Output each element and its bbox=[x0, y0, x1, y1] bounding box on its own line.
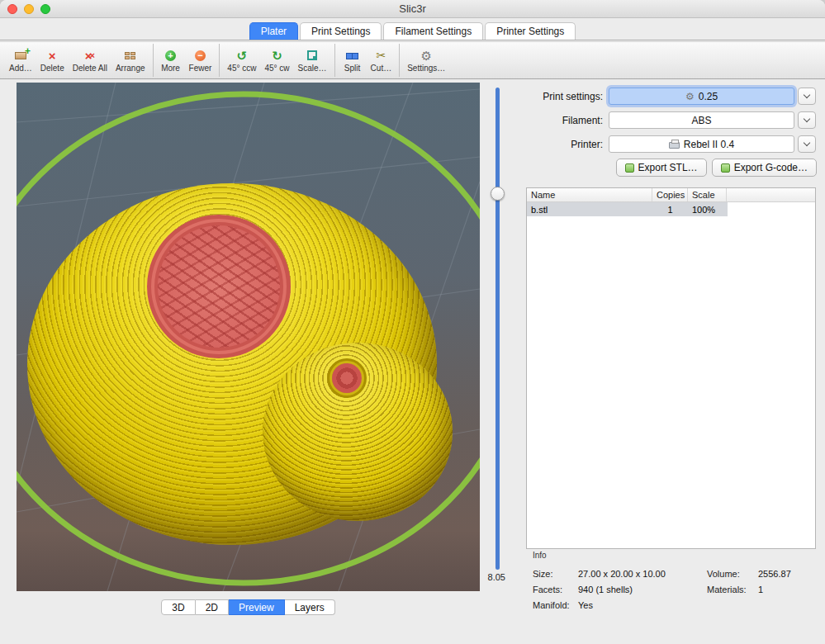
tab-plater[interactable]: Plater bbox=[249, 22, 298, 40]
object-list-table: Name Copies Scale b.stl 1 100% bbox=[526, 187, 816, 549]
object-name-cell: b.stl bbox=[527, 205, 652, 215]
delete-all-label: Delete All bbox=[73, 64, 107, 73]
settings-gear-icon: ⚙ bbox=[421, 49, 432, 63]
object-copies-cell: 1 bbox=[652, 205, 688, 215]
chevron-down-icon bbox=[804, 92, 810, 98]
view-tab-3d[interactable]: 3D bbox=[161, 599, 195, 615]
view-tab-2d[interactable]: 2D bbox=[196, 599, 229, 615]
rotate-ccw-label: 45° ccw bbox=[227, 64, 256, 73]
rotate-cw-label: 45° cw bbox=[264, 64, 289, 73]
cut-button[interactable]: ✂ Cut… bbox=[367, 47, 396, 74]
gear-icon: ⚙ bbox=[685, 92, 695, 102]
export-stl-label: Export STL… bbox=[638, 162, 698, 173]
delete-label: Delete bbox=[40, 64, 64, 73]
rotate-cw-icon: ↻ bbox=[272, 49, 282, 63]
column-header-name[interactable]: Name bbox=[527, 188, 652, 201]
arrange-label: Arrange bbox=[116, 64, 145, 73]
printer-dropdown-button[interactable] bbox=[798, 135, 816, 153]
info-grid: Size: 27.00 x 20.00 x 10.00 Volume: 2556… bbox=[533, 566, 817, 613]
materials-label: Materials: bbox=[707, 585, 758, 594]
tab-print-settings[interactable]: Print Settings bbox=[300, 22, 382, 40]
layer-slider-track[interactable] bbox=[495, 88, 500, 570]
arrange-button[interactable]: Arrange bbox=[111, 47, 149, 74]
facets-value: 940 (1 shells) bbox=[578, 585, 707, 594]
fewer-copies-icon: − bbox=[195, 49, 206, 63]
delete-all-button[interactable]: ×× Delete All bbox=[69, 47, 111, 74]
view-tab-preview[interactable]: Preview bbox=[229, 599, 285, 615]
toolbar-separator bbox=[219, 44, 220, 77]
fewer-label: Fewer bbox=[189, 64, 212, 73]
column-header-filler bbox=[727, 188, 815, 201]
object-table-header: Name Copies Scale bbox=[527, 188, 815, 202]
chevron-down-icon bbox=[804, 140, 810, 146]
add-object-icon: + bbox=[15, 49, 26, 63]
view-tab-layers[interactable]: Layers bbox=[285, 599, 335, 615]
filament-label: Filament: bbox=[526, 115, 609, 126]
scale-button[interactable]: Scale… bbox=[294, 47, 331, 74]
export-stl-button[interactable]: Export STL… bbox=[616, 159, 707, 177]
manifold-value: Yes bbox=[578, 600, 707, 610]
manifold-label: Manifold: bbox=[533, 600, 578, 610]
filament-row: Filament: ABS bbox=[526, 111, 817, 129]
facets-label: Facets: bbox=[533, 585, 578, 594]
tab-printer-settings[interactable]: Printer Settings bbox=[485, 22, 576, 40]
object-settings-button[interactable]: ⚙ Settings… bbox=[403, 47, 449, 74]
delete-button[interactable]: × Delete bbox=[36, 47, 69, 74]
fewer-copies-button[interactable]: − Fewer bbox=[185, 47, 216, 74]
main-tab-bar: Plater Print Settings Filament Settings … bbox=[0, 18, 825, 40]
cut-icon: ✂ bbox=[377, 49, 386, 63]
materials-value: 1 bbox=[758, 585, 817, 594]
zoom-button[interactable] bbox=[40, 4, 50, 14]
table-row[interactable]: b.stl 1 100% bbox=[527, 202, 728, 216]
print-settings-dropdown-button[interactable] bbox=[798, 88, 816, 105]
toolbar-separator bbox=[153, 44, 154, 77]
arrange-icon bbox=[125, 49, 135, 63]
export-gcode-label: Export G-code… bbox=[734, 162, 808, 173]
filament-value: ABS bbox=[691, 115, 711, 126]
add-button[interactable]: + Add… bbox=[5, 47, 36, 74]
volume-value: 2556.87 bbox=[758, 569, 817, 579]
infill-top-large bbox=[147, 215, 291, 358]
tab-filament-settings[interactable]: Filament Settings bbox=[383, 22, 483, 40]
filament-dropdown-button[interactable] bbox=[798, 111, 816, 129]
view-mode-tabs: 3D 2D Preview Layers bbox=[17, 599, 480, 615]
add-label: Add… bbox=[9, 64, 32, 73]
print-settings-row: Print settings: ⚙ 0.25 bbox=[526, 88, 817, 105]
plater-toolbar: + Add… × Delete ×× Delete All Arrange + … bbox=[0, 41, 825, 79]
settings-label: Settings… bbox=[407, 64, 445, 73]
window-title: Slic3r bbox=[0, 0, 825, 17]
print-settings-value: 0.25 bbox=[699, 91, 718, 102]
rotate-cw-button[interactable]: ↻ 45° cw bbox=[260, 47, 293, 74]
split-label: Split bbox=[344, 64, 360, 73]
layer-height-value: 8.05 bbox=[474, 572, 505, 582]
printer-combo[interactable]: Rebel II 0.4 bbox=[609, 135, 794, 153]
title-bar[interactable]: Slic3r bbox=[0, 0, 825, 18]
object-scale-cell: 100% bbox=[688, 205, 727, 215]
rotate-ccw-icon: ↺ bbox=[237, 49, 248, 63]
more-copies-icon: + bbox=[165, 49, 176, 63]
preview-viewport[interactable] bbox=[17, 83, 480, 591]
volume-label: Volume: bbox=[707, 569, 758, 579]
printer-value: Rebel II 0.4 bbox=[684, 139, 734, 150]
print-settings-label: Print settings: bbox=[526, 91, 609, 102]
export-stl-icon bbox=[625, 163, 634, 173]
rotate-ccw-button[interactable]: ↺ 45° ccw bbox=[223, 47, 260, 74]
scale-icon bbox=[307, 49, 317, 63]
toolbar-separator bbox=[334, 44, 335, 77]
print-settings-combo[interactable]: ⚙ 0.25 bbox=[609, 88, 794, 105]
delete-all-icon: ×× bbox=[85, 49, 95, 63]
layer-slider-thumb[interactable] bbox=[491, 187, 505, 201]
more-copies-button[interactable]: + More bbox=[157, 47, 185, 74]
more-label: More bbox=[161, 64, 180, 73]
export-gcode-button[interactable]: Export G-code… bbox=[712, 159, 817, 177]
toolbar-separator bbox=[399, 44, 400, 77]
column-header-copies[interactable]: Copies bbox=[652, 188, 688, 201]
close-button[interactable] bbox=[7, 4, 17, 14]
minimize-button[interactable] bbox=[24, 4, 34, 14]
printer-icon bbox=[669, 142, 680, 149]
printer-row: Printer: Rebel II 0.4 bbox=[526, 135, 817, 153]
window-controls bbox=[7, 4, 50, 14]
split-button[interactable]: Split bbox=[339, 47, 367, 74]
column-header-scale[interactable]: Scale bbox=[688, 188, 727, 201]
filament-combo[interactable]: ABS bbox=[609, 111, 794, 129]
